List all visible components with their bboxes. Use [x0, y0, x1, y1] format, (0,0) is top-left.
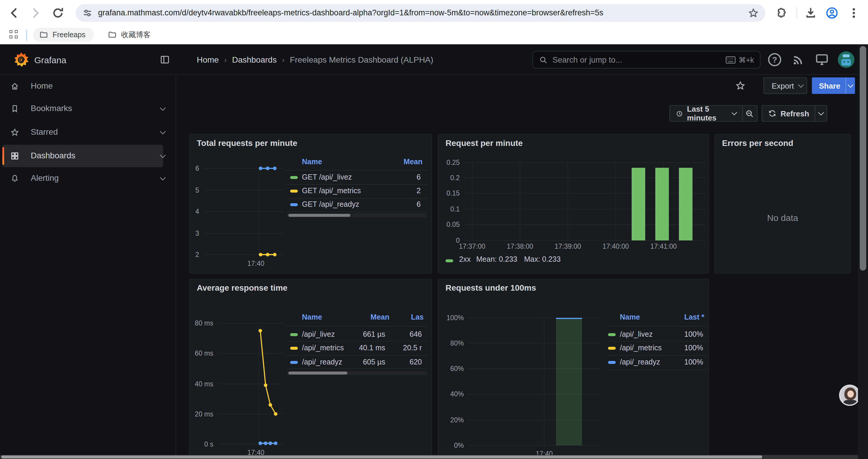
- scrollbar-thumb[interactable]: [860, 46, 866, 270]
- panel-total-requests[interactable]: Total requests per minute 6543217:40 Nam…: [189, 134, 432, 273]
- svg-text:0.1: 0.1: [450, 205, 460, 213]
- forward-icon[interactable]: [29, 6, 42, 20]
- legend-row[interactable]: GET /api/_livez6: [286, 172, 427, 183]
- apps-grid-icon[interactable]: [9, 30, 19, 40]
- profile-icon[interactable]: [826, 6, 838, 20]
- table-scrollbar-thumb[interactable]: [288, 214, 350, 217]
- panel-errors-per-second[interactable]: Errors per second No data: [714, 134, 851, 273]
- help-icon[interactable]: ?: [767, 52, 782, 67]
- panel-request-per-minute[interactable]: Request per minute 0.250.20.150.10.05017…: [438, 134, 709, 273]
- svg-text:?: ?: [772, 55, 777, 64]
- grafana-header: Grafana Home › Dashboards › Freeleaps Me…: [0, 44, 868, 75]
- brand-label[interactable]: Grafana: [34, 55, 66, 65]
- breadcrumb-dashboards[interactable]: Dashboards: [232, 55, 277, 64]
- row-separator: [286, 170, 427, 171]
- time-range-picker[interactable]: Last 5 minutes: [670, 104, 742, 122]
- column-header-1[interactable]: Mean: [370, 313, 390, 321]
- chart-legend[interactable]: 2xx Mean: 0.233 Max: 0.233: [438, 255, 709, 267]
- series-name: /api/_livez: [620, 330, 653, 338]
- column-header-name[interactable]: Name: [302, 313, 322, 321]
- refresh-button[interactable]: Refresh: [762, 109, 815, 118]
- bookmark-icon: [10, 104, 20, 113]
- back-icon[interactable]: [8, 6, 21, 20]
- column-header-2[interactable]: Las: [411, 313, 424, 321]
- star-icon: [10, 128, 20, 137]
- active-accent-bar: [2, 147, 4, 165]
- search-placeholder: Search or jump to...: [553, 55, 725, 64]
- zoom-out-button[interactable]: [743, 109, 757, 118]
- legend-row[interactable]: /api/_metrics100%: [607, 342, 707, 353]
- folder-icon: [107, 30, 117, 40]
- column-header-name[interactable]: Name: [620, 313, 640, 321]
- url-text[interactable]: grafana.mathmast.com/d/deytv4rwavabkb/fr…: [98, 8, 603, 17]
- legend-row[interactable]: /api/_readyz100%: [607, 357, 707, 367]
- legend-row[interactable]: /api/_readyz605 µs620: [286, 357, 427, 367]
- favorite-star-icon[interactable]: [735, 80, 746, 91]
- search-input[interactable]: Search or jump to... ⌘+k: [532, 51, 761, 68]
- sidebar-item-dashboards[interactable]: Dashboards: [0, 145, 176, 167]
- bookmark-folder-blogs[interactable]: 收藏博客: [102, 28, 157, 42]
- sidebar-item-label: Dashboards: [31, 151, 75, 160]
- series-name: GET /api/_readyz: [302, 200, 359, 208]
- legend-row[interactable]: /api/_metrics40.1 ms20.5 r: [286, 342, 427, 353]
- breadcrumb-home[interactable]: Home: [197, 55, 219, 64]
- apps-icon: [10, 151, 20, 161]
- sidebar-item-alerting[interactable]: Alerting: [0, 167, 176, 190]
- series-name: GET /api/_livez: [302, 173, 352, 182]
- chevron-down-icon: [848, 82, 854, 88]
- scrollbar-thumb[interactable]: [1, 455, 762, 458]
- column-header-name[interactable]: Name: [302, 158, 322, 166]
- assistant-avatar[interactable]: [839, 385, 860, 406]
- time-range-group: Last 5 minutes: [670, 105, 757, 122]
- legend-row[interactable]: /api/_livez661 µs646: [286, 329, 427, 340]
- series-name: /api/_metrics: [302, 344, 344, 352]
- screen-share-icon[interactable]: [814, 52, 830, 67]
- menu-kebab-icon[interactable]: [847, 6, 860, 20]
- column-header-1[interactable]: Last *: [684, 313, 704, 321]
- panel-avg-response-time[interactable]: Average response time 80 ms60 ms40 ms20 …: [189, 279, 432, 458]
- reload-icon[interactable]: [52, 6, 64, 20]
- refresh-icon: [768, 109, 776, 118]
- export-button[interactable]: Export: [764, 77, 807, 94]
- row-separator: [286, 184, 427, 185]
- share-dropdown[interactable]: [846, 85, 855, 87]
- legend-row[interactable]: GET /api/_metrics2: [286, 186, 427, 196]
- panel-title[interactable]: Errors per second: [722, 138, 793, 148]
- download-icon[interactable]: [804, 6, 817, 20]
- row-separator: [286, 341, 427, 341]
- row-separator: [607, 355, 707, 356]
- vertical-scrollbar[interactable]: [858, 44, 868, 459]
- extensions-icon[interactable]: [775, 6, 788, 20]
- column-header-1[interactable]: Mean: [404, 158, 423, 166]
- svg-text:0.05: 0.05: [446, 221, 460, 228]
- bookmark-star-icon[interactable]: [747, 7, 759, 19]
- svg-text:17:39:00: 17:39:00: [555, 242, 581, 250]
- news-rss-icon[interactable]: [790, 52, 806, 67]
- legend-swatch: [445, 259, 453, 262]
- bookmark-folder-freeleaps[interactable]: Freeleaps: [33, 28, 94, 42]
- series-swatch: [608, 347, 616, 350]
- svg-text:40%: 40%: [450, 390, 464, 398]
- series-swatch: [290, 189, 298, 192]
- sidebar-item-bookmarks[interactable]: Bookmarks: [0, 97, 176, 120]
- sidebar-item-home[interactable]: Home: [0, 75, 176, 97]
- sidebar-item-label: Home: [31, 81, 53, 90]
- sidebar-toggle-icon[interactable]: [159, 54, 170, 65]
- site-settings-icon[interactable]: [82, 8, 93, 18]
- table-scrollbar-thumb[interactable]: [288, 371, 347, 374]
- user-avatar[interactable]: [838, 52, 855, 68]
- share-button[interactable]: Share: [812, 77, 855, 94]
- refresh-interval-dropdown[interactable]: [816, 112, 827, 114]
- url-bar[interactable]: grafana.mathmast.com/d/deytv4rwavabkb/fr…: [75, 4, 765, 22]
- active-item-highlight: [2, 145, 163, 167]
- legend-row[interactable]: GET /api/_readyz6: [286, 199, 427, 210]
- svg-text:60%: 60%: [450, 365, 464, 372]
- row-separator: [286, 369, 427, 369]
- svg-text:17:37:00: 17:37:00: [459, 242, 486, 250]
- bell-icon: [10, 174, 20, 183]
- sidebar-item-starred[interactable]: Starred: [0, 121, 176, 143]
- horizontal-scrollbar[interactable]: [0, 455, 858, 459]
- panel-requests-under-100ms[interactable]: Requests under 100ms 100%80%60%40%20%0%1…: [438, 279, 709, 458]
- grafana-logo[interactable]: [13, 52, 30, 68]
- legend-row[interactable]: /api/_livez100%: [607, 329, 707, 340]
